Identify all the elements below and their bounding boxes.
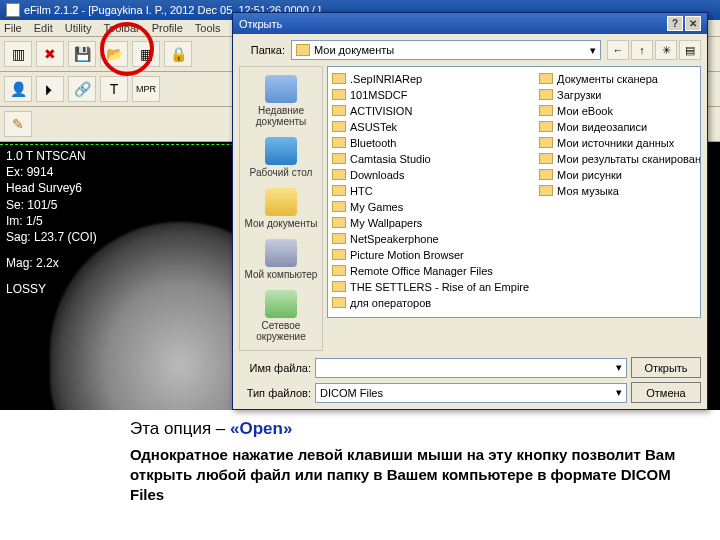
folder-icon: [332, 217, 346, 228]
file-label: 101MSDCF: [350, 89, 407, 101]
list-item[interactable]: THE SETTLERS - Rise of an Empire: [332, 279, 529, 294]
chevron-down-icon: ▾: [616, 361, 622, 374]
scan-line: 1.0 T NTSCAN: [6, 148, 97, 164]
lookin-dropdown[interactable]: Мои документы ▾: [291, 40, 601, 60]
annotation-body: Однократное нажатие левой клавиши мыши н…: [130, 445, 706, 506]
menu-tools[interactable]: Tools: [195, 22, 221, 34]
menu-utility[interactable]: Utility: [65, 22, 92, 34]
filetype-dropdown[interactable]: DICOM Files▾: [315, 383, 627, 403]
file-label: My Wallpapers: [350, 217, 422, 229]
list-item[interactable]: Bluetooth: [332, 135, 529, 150]
tool-db-icon[interactable]: ▥: [4, 41, 32, 67]
tool-lock-icon[interactable]: 🔒: [164, 41, 192, 67]
list-item[interactable]: 101MSDCF: [332, 87, 529, 102]
list-item[interactable]: Picture Motion Browser: [332, 247, 529, 262]
filename-input[interactable]: ▾: [315, 358, 627, 378]
file-label: Моя музыка: [557, 185, 619, 197]
menu-file[interactable]: File: [4, 22, 22, 34]
list-item[interactable]: ACTIVISION: [332, 103, 529, 118]
menu-toolbar[interactable]: Toolbar: [104, 22, 140, 34]
folder-icon: [332, 89, 346, 100]
tool-open-icon[interactable]: 📂: [100, 41, 128, 67]
file-label: Мои eBook: [557, 105, 613, 117]
file-label: My Games: [350, 201, 403, 213]
place-label: Сетевое окружение: [242, 320, 320, 342]
file-label: ASUSTek: [350, 121, 397, 133]
tool-mpr-icon[interactable]: MPR: [132, 76, 160, 102]
list-item[interactable]: Загрузки: [539, 87, 701, 102]
list-item[interactable]: Мои рисунки: [539, 167, 701, 182]
list-item[interactable]: Моя музыка: [539, 183, 701, 198]
file-label: NetSpeakerphone: [350, 233, 439, 245]
place-desktop[interactable]: Рабочий стол: [240, 133, 322, 182]
nav-back-icon[interactable]: ←: [607, 40, 629, 60]
tool-save-icon[interactable]: 💾: [68, 41, 96, 67]
folder-icon: [539, 121, 553, 132]
place-computer[interactable]: Мой компьютер: [240, 235, 322, 284]
menu-profile[interactable]: Profile: [152, 22, 183, 34]
list-item[interactable]: Документы сканера: [539, 71, 701, 86]
tool-link-icon[interactable]: 🔗: [68, 76, 96, 102]
scan-line: Im: 1/5: [6, 213, 97, 229]
folder-icon: [332, 169, 346, 180]
tool-cine-icon[interactable]: ⏵: [36, 76, 64, 102]
list-item[interactable]: HTC: [332, 183, 529, 198]
file-label: Camtasia Studio: [350, 153, 431, 165]
list-item[interactable]: Camtasia Studio: [332, 151, 529, 166]
tool-draw-icon[interactable]: ✎: [4, 111, 32, 137]
folder-icon: [539, 185, 553, 196]
file-label: Bluetooth: [350, 137, 396, 149]
list-item[interactable]: Мои результаты сканирования: [539, 151, 701, 166]
list-item[interactable]: .SepINRIARep: [332, 71, 529, 86]
folder-icon: [332, 73, 346, 84]
file-label: HTC: [350, 185, 373, 197]
open-button[interactable]: Открыть: [631, 357, 701, 378]
place-network[interactable]: Сетевое окружение: [240, 286, 322, 346]
tool-close-icon[interactable]: ✖: [36, 41, 64, 67]
place-docs[interactable]: Мои документы: [240, 184, 322, 233]
dialog-help-icon[interactable]: ?: [667, 16, 683, 31]
place-recent[interactable]: Недавние документы: [240, 71, 322, 131]
folder-icon: [539, 137, 553, 148]
cancel-button[interactable]: Отмена: [631, 382, 701, 403]
file-label: Мои рисунки: [557, 169, 622, 181]
annotation-heading-prefix: Эта опция –: [130, 419, 230, 438]
place-label: Мои документы: [245, 218, 318, 229]
chevron-down-icon: ▾: [590, 44, 596, 57]
lookin-label: Папка:: [239, 44, 285, 56]
file-label: ACTIVISION: [350, 105, 412, 117]
list-item[interactable]: Мои источники данных: [539, 135, 701, 150]
dialog-close-icon[interactable]: ✕: [685, 16, 701, 31]
folder-icon: [332, 105, 346, 116]
place-label: Недавние документы: [242, 105, 320, 127]
list-item[interactable]: Remote Office Manager Files: [332, 263, 529, 278]
computer-icon: [265, 239, 297, 267]
folder-icon: [539, 89, 553, 100]
lookin-value: Мои документы: [314, 44, 394, 56]
file-list[interactable]: .SepINRIARep101MSDCFACTIVISIONASUSTekBlu…: [327, 66, 701, 318]
filetype-label: Тип файлов:: [239, 387, 311, 399]
list-item[interactable]: NetSpeakerphone: [332, 231, 529, 246]
folder-icon: [332, 153, 346, 164]
dialog-titlebar[interactable]: Открыть ? ✕: [233, 13, 707, 34]
nav-newfolder-icon[interactable]: ✳: [655, 40, 677, 60]
scan-line: Sag: L23.7 (COI): [6, 229, 97, 245]
nav-views-icon[interactable]: ▤: [679, 40, 701, 60]
nav-up-icon[interactable]: ↑: [631, 40, 653, 60]
tool-grid-icon[interactable]: ▦: [132, 41, 160, 67]
list-item[interactable]: Мои eBook: [539, 103, 701, 118]
list-item[interactable]: ASUSTek: [332, 119, 529, 134]
chevron-down-icon: ▾: [616, 386, 622, 399]
list-item[interactable]: для операторов: [332, 295, 529, 310]
menu-edit[interactable]: Edit: [34, 22, 53, 34]
tool-text-icon[interactable]: T: [100, 76, 128, 102]
scan-line: Head Survey6: [6, 180, 97, 196]
list-item[interactable]: My Games: [332, 199, 529, 214]
tool-hanging-icon[interactable]: 👤: [4, 76, 32, 102]
folder-icon: [539, 169, 553, 180]
list-item[interactable]: Downloads: [332, 167, 529, 182]
list-item[interactable]: My Wallpapers: [332, 215, 529, 230]
file-label: для операторов: [350, 297, 431, 309]
documents-icon: [265, 188, 297, 216]
list-item[interactable]: Мои видеозаписи: [539, 119, 701, 134]
